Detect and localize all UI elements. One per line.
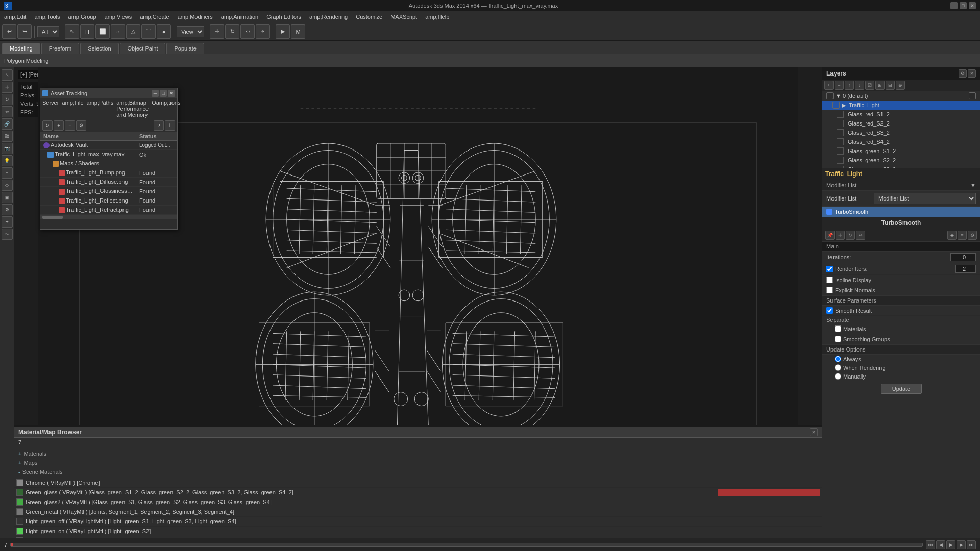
mod-make-unique-button[interactable]: ◈ — [947, 231, 957, 240]
at-remove-button[interactable]: − — [65, 120, 75, 131]
render-iters-checkbox[interactable] — [826, 266, 833, 272]
timeline-bar[interactable] — [10, 543, 923, 547]
mod-show-end-result-button[interactable]: ≡ — [958, 231, 967, 240]
layer-item[interactable]: Glass_red_S4_2 — [822, 137, 980, 146]
layer-item[interactable]: Glass_red_S3_2 — [822, 128, 980, 137]
material-row[interactable]: Light_green_off ( VRayLightMtl ) [Light_… — [14, 517, 822, 527]
undo-button[interactable]: ↩ — [2, 24, 16, 39]
menu-group[interactable]: amp;Group — [64, 13, 101, 21]
at-info-button[interactable]: i — [165, 120, 175, 131]
at-settings-button[interactable]: ⚙ — [76, 120, 86, 131]
menu-tools[interactable]: amp;Tools — [30, 13, 64, 21]
isoline-checkbox[interactable] — [826, 277, 833, 283]
layer-lock-default[interactable] — [969, 92, 976, 99]
layer-vis-icon[interactable] — [837, 120, 844, 127]
tool-unlink[interactable]: ⛓ — [2, 131, 13, 142]
at-menu-paths[interactable]: amp;Paths — [87, 99, 114, 118]
scene-materials-section-header[interactable]: Scene Materials — [18, 468, 818, 476]
tab-populate[interactable]: Populate — [166, 43, 204, 54]
layer-item-default[interactable]: ▼ 0 (default) — [822, 91, 980, 101]
timeline-cursor[interactable] — [11, 543, 13, 546]
layer-item-traffic-light[interactable]: ▶ Traffic_Light — [822, 101, 980, 110]
play-forward-button[interactable]: ⏭ — [967, 540, 976, 549]
layer-vis-icon[interactable] — [837, 147, 844, 155]
at-row-gloss[interactable]: Traffic_Light_Glossiness.png Found — [40, 187, 177, 196]
menu-modifiers[interactable]: amp;Modifiers — [174, 13, 217, 21]
at-row-bump[interactable]: Traffic_Light_Bump.png Found — [40, 168, 177, 178]
mod-scale-button[interactable]: ⇔ — [856, 231, 865, 240]
view-dropdown[interactable]: View — [177, 26, 204, 37]
layer-vis-icon[interactable] — [837, 138, 844, 145]
at-close-button[interactable]: ✕ — [168, 90, 175, 97]
paint-select-button[interactable]: ● — [157, 24, 171, 39]
menu-graph[interactable]: Graph Editors — [262, 13, 305, 21]
layer-add-button[interactable]: + — [824, 81, 834, 90]
layer-vis-icon[interactable] — [837, 111, 844, 118]
layer-move-down-button[interactable]: ↓ — [855, 81, 864, 90]
lasso-select-button[interactable]: ⌒ — [141, 24, 156, 39]
layer-item[interactable]: Glass_green_S1_2 — [822, 146, 980, 156]
layer-close-button[interactable]: ✕ — [968, 69, 976, 78]
layer-item[interactable]: Glass_green_S2_2 — [822, 156, 980, 165]
play-button[interactable]: ▶ — [946, 540, 955, 549]
tool-geometry[interactable]: ▣ — [2, 192, 13, 203]
menu-views[interactable]: amp;Views — [101, 13, 136, 21]
tab-object-paint[interactable]: Object Paint — [120, 43, 166, 54]
menu-maxscript[interactable]: MAXScript — [386, 13, 421, 21]
asset-tracking-scrollbar[interactable] — [40, 215, 177, 219]
when-rendering-radio[interactable] — [835, 364, 841, 371]
maps-section-header[interactable]: Maps — [18, 459, 818, 467]
at-row-refract[interactable]: Traffic_Light_Refract.png Found — [40, 206, 177, 215]
menu-customize[interactable]: Customize — [352, 13, 386, 21]
layer-expand-default[interactable]: ▼ — [836, 93, 841, 99]
material-row[interactable]: Green_glass ( VRayMtl ) [Glass_green_S1_… — [14, 488, 822, 497]
prev-frame-button[interactable]: ◀ — [936, 540, 945, 549]
tab-freeform[interactable]: Freeform — [41, 43, 80, 54]
modifier-dropdown-icon[interactable]: ▼ — [970, 182, 976, 188]
at-row-file[interactable]: Traffic_Light_max_vray.max Ok — [40, 150, 177, 159]
layer-vis-icon[interactable] — [837, 166, 844, 168]
materials-checkbox[interactable] — [835, 325, 841, 332]
layer-item[interactable]: Glass_red_S2_2 — [822, 119, 980, 128]
layer-item[interactable]: Glass_green_S3_2 — [822, 165, 980, 168]
material-row[interactable]: Green_metal ( VRayMtl ) [Joints, Segment… — [14, 507, 822, 517]
at-add-button[interactable]: + — [54, 120, 64, 131]
always-radio[interactable] — [835, 356, 841, 362]
material-browser-close-button[interactable]: ✕ — [810, 428, 818, 436]
iterations-input[interactable] — [950, 253, 976, 261]
at-row-vault[interactable]: Autodesk Vault Logged Out... — [40, 141, 177, 150]
layer-visibility-traffic[interactable] — [832, 102, 840, 109]
at-menu-options[interactable]: Oamp;tions — [152, 99, 180, 118]
update-button[interactable]: Update — [881, 384, 922, 394]
materials-section-header[interactable]: Materials — [18, 449, 818, 458]
minimize-button[interactable]: ─ — [950, 2, 958, 9]
mod-rotate-button[interactable]: ↻ — [846, 231, 855, 240]
layer-move-up-button[interactable]: ↑ — [845, 81, 854, 90]
tool-camera[interactable]: 📷 — [2, 143, 13, 154]
tool-helpers[interactable]: + — [2, 167, 13, 179]
rotate-button[interactable]: ↻ — [225, 24, 239, 39]
modifier-list-select[interactable]: Modifier List — [874, 193, 976, 204]
select-button[interactable]: ↖ — [65, 24, 79, 39]
at-restore-button[interactable]: □ — [160, 90, 167, 97]
tool-particles[interactable]: ✦ — [2, 216, 13, 228]
tool-spacewarps[interactable]: 〜 — [2, 229, 13, 240]
redo-button[interactable]: ↪ — [17, 24, 32, 39]
material-row[interactable]: Chrome ( VRayMtl ) [Chrome] — [14, 478, 822, 488]
place-button[interactable]: ⌖ — [256, 24, 270, 39]
manually-radio[interactable] — [835, 373, 841, 380]
render-button[interactable]: ▶ — [276, 24, 290, 39]
layer-select-button[interactable]: ☑ — [865, 81, 874, 90]
close-button[interactable]: ✕ — [969, 2, 976, 9]
at-menu-server[interactable]: Server — [42, 99, 59, 118]
at-menu-file[interactable]: amp;File — [62, 99, 83, 118]
modifier-turbosmooth-item[interactable]: TurboSmooth — [822, 207, 980, 217]
at-help-button[interactable]: ? — [154, 120, 164, 131]
tab-selection[interactable]: Selection — [80, 43, 118, 54]
at-row-maps[interactable]: Maps / Shaders — [40, 159, 177, 168]
tool-light[interactable]: 💡 — [2, 155, 13, 166]
tool-systems[interactable]: ⚙ — [2, 204, 13, 215]
at-row-diffuse[interactable]: Traffic_Light_Diffuse.png Found — [40, 178, 177, 187]
maximize-button[interactable]: □ — [960, 2, 967, 9]
layer-settings-button[interactable]: ⚙ — [959, 69, 967, 78]
